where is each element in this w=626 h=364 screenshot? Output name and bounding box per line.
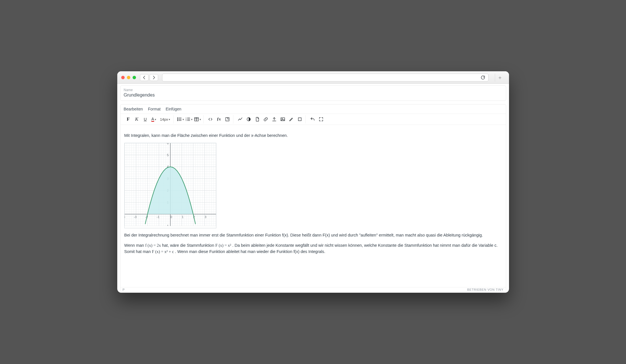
menu-format[interactable]: Format (148, 107, 160, 111)
image-icon (280, 117, 285, 122)
paragraph: Mit Integralen, kann man die Fläche zwis… (124, 133, 502, 139)
math-inline: F (x) = x² (215, 243, 231, 248)
paragraph: Bei der Integralrechnung berechnet man i… (124, 232, 502, 239)
window-controls (121, 76, 136, 79)
svg-rect-15 (226, 118, 229, 121)
svg-text:6: 6 (167, 143, 168, 145)
undo-button[interactable] (309, 115, 317, 124)
task-button[interactable] (223, 115, 231, 124)
upload-icon (272, 117, 277, 122)
forward-button[interactable] (150, 74, 158, 81)
page-content: Name Grundlegendes Bearbeiten Format Ein… (117, 84, 509, 293)
menu-insert[interactable]: Einfügen (166, 107, 181, 111)
chart-svg: -4-3-2-101234-1123456 (125, 143, 216, 226)
svg-point-4 (177, 120, 178, 121)
svg-text:-1: -1 (166, 224, 169, 226)
math-inline: F (x) = x² + c (152, 249, 174, 254)
browser-titlebar: ＋ (117, 71, 509, 84)
pencil-icon (289, 117, 294, 122)
minimize-window-button[interactable] (127, 76, 130, 79)
integral-chart: -4-3-2-101234-1123456 (124, 143, 216, 228)
status-powered: BETRIEBEN VON TINY (467, 288, 504, 291)
rich-text-editor: Bearbeiten Format Einfügen F K U A▾ 14px… (120, 104, 506, 292)
underline-button[interactable]: U (141, 115, 149, 124)
reload-icon (480, 75, 485, 80)
svg-text:-4: -4 (125, 215, 125, 219)
chevron-down-icon: ▾ (191, 118, 192, 121)
address-bar[interactable] (162, 74, 489, 81)
svg-text:-3: -3 (134, 215, 137, 219)
fx-icon: ƒx (217, 117, 221, 122)
list-numbered-icon: 123 (185, 117, 190, 122)
box-button[interactable] (296, 115, 304, 124)
math-inline: f (x) = 2x (145, 243, 161, 248)
fullscreen-button[interactable] (317, 115, 325, 124)
fontsize-select[interactable]: 14px▾ (158, 115, 172, 124)
image-button[interactable] (279, 115, 287, 124)
chevron-down-icon: ▾ (169, 118, 170, 121)
file-button[interactable] (253, 115, 261, 124)
editor-statusbar: P BETRIEBEN VON TINY (120, 287, 506, 292)
chart-line-icon (238, 117, 243, 122)
upload-button[interactable] (270, 115, 278, 124)
status-path: P (123, 288, 125, 291)
list-bullet-icon (177, 117, 182, 122)
textcolor-button[interactable]: A▾ (150, 115, 158, 124)
chevron-down-icon: ▾ (200, 118, 201, 121)
back-button[interactable] (140, 74, 148, 81)
table-button[interactable]: ▾ (194, 115, 202, 124)
svg-text:3: 3 (186, 120, 187, 121)
editor-body[interactable]: Mit Integralen, kann man die Fläche zwis… (120, 125, 506, 287)
link-icon (263, 117, 268, 122)
editor-toolbar: F K U A▾ 14px▾ ▾ 123▾ ▾ ƒx (120, 114, 506, 125)
name-label: Name (124, 88, 503, 92)
svg-text:-1: -1 (156, 215, 159, 219)
code-icon (208, 117, 213, 122)
table-icon (194, 117, 199, 122)
menu-edit[interactable]: Bearbeiten (124, 107, 143, 111)
close-window-button[interactable] (121, 76, 125, 79)
zoom-window-button[interactable] (133, 76, 136, 79)
formula-button[interactable]: ƒx (215, 115, 223, 124)
svg-text:1: 1 (182, 215, 183, 219)
italic-button[interactable]: K (133, 115, 141, 124)
chevron-down-icon: ▾ (183, 118, 184, 121)
name-value: Grundlegendes (124, 93, 503, 98)
svg-point-0 (177, 118, 178, 118)
numbered-list-button[interactable]: 123▾ (185, 115, 193, 124)
chevron-left-icon (142, 75, 147, 80)
file-icon (255, 117, 260, 122)
chevron-down-icon: ▾ (155, 118, 156, 121)
link-button[interactable] (262, 115, 270, 124)
svg-text:5: 5 (167, 153, 168, 156)
svg-rect-21 (298, 118, 301, 121)
nav-buttons (140, 74, 158, 81)
new-tab-button[interactable]: ＋ (495, 74, 505, 81)
square-icon (297, 117, 302, 122)
bullet-list-button[interactable]: ▾ (177, 115, 185, 124)
svg-point-20 (282, 118, 282, 119)
svg-text:3: 3 (204, 215, 206, 219)
contrast-icon (246, 117, 251, 122)
editor-menubar: Bearbeiten Format Einfügen (120, 104, 506, 114)
name-field[interactable]: Name Grundlegendes (120, 85, 506, 101)
contrast-button[interactable] (245, 115, 253, 124)
browser-window: ＋ Name Grundlegendes Bearbeiten Format E… (117, 71, 509, 293)
chart-button[interactable] (236, 115, 244, 124)
svg-text:0: 0 (170, 215, 172, 219)
undo-icon (310, 117, 315, 122)
bold-button[interactable]: F (124, 115, 132, 124)
paragraph: Wenn man f (x) = 2x hat, wäre die Stammf… (124, 242, 502, 255)
draw-button[interactable] (287, 115, 295, 124)
svg-point-2 (177, 119, 178, 120)
codeblock-button[interactable] (206, 115, 214, 124)
expand-icon (319, 117, 324, 122)
chevron-right-icon (151, 75, 156, 80)
note-icon (225, 117, 230, 122)
